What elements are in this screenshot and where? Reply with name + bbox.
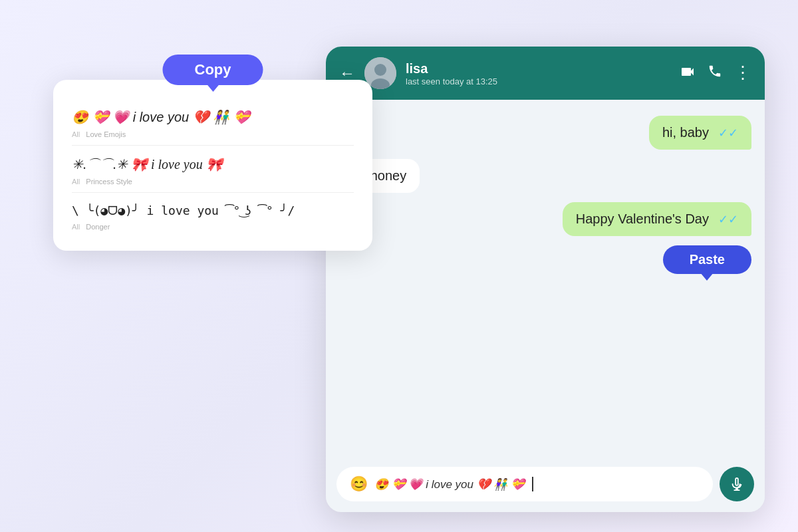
more-icon[interactable]: ⋮ (734, 64, 751, 83)
copy-item-love-tag: Love Emojis (86, 130, 126, 138)
message-hi-baby: hi, baby ✓✓ (649, 116, 751, 150)
copy-item-princess-meta: All Princess Style (72, 178, 354, 186)
double-check-1: ✓✓ (718, 126, 738, 140)
emoji-picker-icon[interactable]: 😊 (350, 475, 368, 493)
copy-item-princess: ✳︎.⌒⌒.✳︎ 🎀 i love you 🎀 All Princess Sty… (72, 146, 354, 193)
paste-bubble-wrap: Paste (663, 245, 751, 274)
copy-item-donger-all: All (72, 223, 80, 231)
contact-name: lisa (406, 61, 670, 76)
video-call-icon[interactable] (680, 64, 696, 83)
header-icons: ⋮ (680, 64, 751, 83)
svg-point-1 (374, 64, 386, 76)
copy-item-princess-all: All (72, 178, 80, 186)
paste-bubble[interactable]: Paste (663, 245, 751, 274)
chat-body: hi, baby ✓✓ hi, honey Happy Valentine's … (326, 100, 765, 459)
mic-button[interactable] (720, 467, 754, 501)
msg-valentine-text: Happy Valentine's Day (576, 211, 709, 227)
phone-icon[interactable] (708, 64, 722, 83)
chat-panel: ← lisa last seen today at 13:25 (326, 47, 765, 512)
copy-item-love-text: 😍 💝 💗 i love you 💔 👫 💝 (72, 108, 354, 126)
text-cursor (532, 477, 533, 491)
scene: Copy 😍 💝 💗 i love you 💔 👫 💝 All Love Emo… (33, 27, 765, 505)
contact-status: last seen today at 13:25 (406, 76, 670, 86)
message-valentine: Happy Valentine's Day ✓✓ (563, 202, 751, 236)
chat-header: ← lisa last seen today at 13:25 (326, 47, 765, 100)
input-text-content: 😍 💝 💗 i love you 💔 👫 💝 (374, 477, 525, 491)
copy-item-donger-text: \ ╰(◕ᗜ◕)╯ i love you ͡° ͜ʖ ͡° ╯/ (72, 202, 354, 219)
copy-item-donger-tag: Donger (86, 223, 110, 231)
copy-item-donger-meta: All Donger (72, 223, 354, 231)
copy-item-love-all: All (72, 130, 80, 138)
copy-item-princess-text: ✳︎.⌒⌒.✳︎ 🎀 i love you 🎀 (72, 155, 354, 174)
copy-item-donger: \ ╰(◕ᗜ◕)╯ i love you ͡° ͜ʖ ͡° ╯/ All Don… (72, 193, 354, 237)
copy-bubble[interactable]: Copy (163, 55, 263, 85)
msg-hi-baby-text: hi, baby (662, 125, 709, 140)
contact-info: lisa last seen today at 13:25 (406, 61, 670, 86)
copy-item-love: 😍 💝 💗 i love you 💔 👫 💝 All Love Emojis (72, 98, 354, 146)
chat-input-bar: 😊 😍 💝 💗 i love you 💔 👫 💝 (326, 459, 765, 512)
copy-item-princess-tag: Princess Style (86, 178, 132, 186)
copy-item-love-meta: All Love Emojis (72, 130, 354, 138)
double-check-2: ✓✓ (718, 212, 738, 227)
message-input-box[interactable]: 😊 😍 💝 💗 i love you 💔 👫 💝 (336, 467, 713, 501)
copy-card: Copy 😍 💝 💗 i love you 💔 👫 💝 All Love Emo… (53, 80, 372, 251)
